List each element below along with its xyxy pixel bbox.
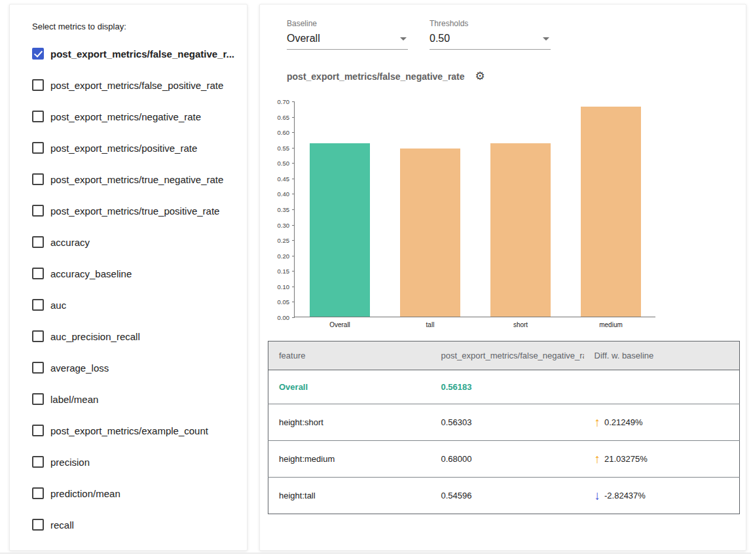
table-row[interactable]: height:tall0.54596↓-2.82437%: [268, 478, 740, 514]
metric-checkbox-item[interactable]: auc: [32, 289, 234, 321]
diff-cell: ↓-2.82437%: [584, 478, 740, 514]
checkbox-unchecked-icon[interactable]: [32, 79, 44, 91]
metric-label: recall: [50, 519, 74, 531]
y-axis-tick-label: 0.30: [265, 221, 289, 228]
checkbox-unchecked-icon[interactable]: [32, 456, 44, 468]
checkbox-unchecked-icon[interactable]: [32, 487, 44, 499]
checkbox-unchecked-icon[interactable]: [32, 142, 44, 154]
metric-label: prediction/mean: [50, 488, 120, 499]
metric-label: average_loss: [50, 362, 109, 374]
metric-label: post_export_metrics/example_count: [50, 425, 208, 436]
page-bottom-divider: [0, 553, 751, 553]
checkbox-checked-icon[interactable]: [32, 48, 44, 60]
metric-label: auc_precision_recall: [50, 331, 140, 342]
table-header-row: feature post_export_metrics/false_negati…: [268, 341, 740, 370]
y-axis-tick-label: 0.60: [265, 129, 289, 136]
checkbox-unchecked-icon[interactable]: [32, 111, 44, 122]
metric-checkbox-item[interactable]: post_export_metrics/negative_rate: [32, 101, 234, 132]
bar-chart: 0.000.050.100.150.200.250.300.350.400.45…: [294, 101, 746, 317]
baseline-value: Overall: [287, 33, 320, 44]
y-axis-tick-label: 0.10: [265, 283, 289, 290]
checkbox-unchecked-icon[interactable]: [32, 519, 44, 531]
metric-label: accuracy_baseline: [50, 268, 132, 279]
metric-checkbox-item[interactable]: post_export_metrics/false_positive_rate: [32, 69, 234, 101]
chevron-down-icon: [400, 37, 407, 41]
checkbox-unchecked-icon[interactable]: [32, 425, 44, 436]
table-row[interactable]: Overall0.56183: [268, 370, 740, 404]
bar-tall[interactable]: [400, 149, 460, 317]
bar-medium[interactable]: [581, 107, 641, 317]
table-row[interactable]: height:medium0.68000↑21.03275%: [268, 441, 740, 478]
y-axis-tick-label: 0.50: [265, 160, 289, 167]
table-row[interactable]: height:short0.56303↑0.21249%: [268, 404, 740, 441]
y-axis-tick-mark: [292, 194, 295, 194]
metric-checkbox-item[interactable]: post_export_metrics/example_count: [32, 415, 234, 446]
x-axis-tick-label: short: [475, 321, 566, 328]
y-axis-tick-mark: [292, 302, 295, 302]
y-axis-tick-mark: [292, 240, 295, 241]
metric-checkbox-item[interactable]: post_export_metrics/false_negative_r...: [32, 38, 234, 69]
results-panel: Baseline Overall Thresholds 0.50 post_ex…: [259, 4, 746, 551]
y-axis-tick-mark: [292, 256, 295, 256]
feature-cell: height:tall: [268, 478, 431, 514]
gear-icon[interactable]: ⚙: [475, 71, 485, 82]
y-axis-tick-label: 0.20: [265, 252, 289, 259]
metric-checkbox-item[interactable]: auc_precision_recall: [32, 321, 234, 352]
y-axis-tick-mark: [292, 163, 295, 164]
thresholds-control: Thresholds 0.50: [430, 19, 551, 50]
page: Select metrics to display: post_export_m…: [0, 0, 751, 560]
baseline-select[interactable]: Overall: [287, 30, 408, 50]
metrics-table: feature post_export_metrics/false_negati…: [268, 341, 740, 514]
bar-overall[interactable]: [310, 143, 370, 317]
bar-short[interactable]: [490, 143, 551, 317]
metric-label: post_export_metrics/negative_rate: [50, 111, 201, 122]
feature-cell: Overall: [268, 370, 431, 404]
checkbox-unchecked-icon[interactable]: [32, 362, 44, 374]
y-axis-tick-label: 0.35: [265, 206, 289, 213]
metric-label: auc: [50, 300, 66, 311]
metric-label: label/mean: [50, 394, 98, 405]
x-axis-tick-label: Overall: [295, 321, 385, 328]
chart-header: post_export_metrics/false_negative_rate …: [287, 71, 746, 82]
y-axis-tick-mark: [292, 209, 295, 210]
y-axis-tick-mark: [292, 179, 295, 179]
metric-checkbox-item[interactable]: label/mean: [32, 383, 234, 415]
checkbox-unchecked-icon[interactable]: [32, 236, 44, 248]
metric-checkbox-item[interactable]: accuracy: [32, 226, 234, 258]
metric-checkbox-item[interactable]: average_loss: [32, 352, 234, 383]
checkbox-unchecked-icon[interactable]: [32, 330, 44, 342]
header-diff-baseline: Diff. w. baseline: [584, 341, 740, 370]
y-axis-tick-label: 0.55: [265, 144, 289, 151]
metric-checkbox-item[interactable]: post_export_metrics/true_negative_rate: [32, 164, 234, 195]
checkbox-unchecked-icon[interactable]: [32, 173, 44, 185]
y-axis-tick-mark: [292, 148, 295, 149]
y-axis-tick-mark: [292, 271, 295, 271]
checkbox-unchecked-icon[interactable]: [32, 299, 44, 311]
metric-checkbox-item[interactable]: post_export_metrics/positive_rate: [32, 132, 234, 164]
checkbox-unchecked-icon[interactable]: [32, 205, 44, 217]
metric-label: precision: [50, 457, 90, 468]
y-axis-tick-label: 0.05: [265, 298, 289, 306]
metric-checkbox-item[interactable]: prediction/mean: [32, 478, 234, 509]
diff-cell: ↑21.03275%: [584, 441, 740, 478]
metric-value-cell: 0.68000: [431, 441, 584, 478]
metric-checkbox-item[interactable]: recall: [32, 509, 234, 540]
baseline-control: Baseline Overall: [287, 19, 408, 50]
metric-checkbox-item[interactable]: accuracy_baseline: [32, 258, 234, 289]
checkbox-unchecked-icon[interactable]: [32, 393, 44, 405]
controls-row: Baseline Overall Thresholds 0.50: [260, 19, 746, 50]
thresholds-value: 0.50: [430, 33, 450, 44]
metric-value-cell: 0.56303: [431, 404, 584, 441]
diff-value: 21.03275%: [604, 454, 648, 464]
y-axis-tick-label: 0.45: [265, 175, 289, 182]
metric-label: accuracy: [50, 237, 90, 248]
x-axis-tick-label: medium: [566, 321, 656, 328]
thresholds-label: Thresholds: [430, 19, 551, 28]
metric-label: post_export_metrics/positive_rate: [50, 143, 197, 154]
feature-cell: height:medium: [268, 441, 431, 478]
metric-label: post_export_metrics/true_negative_rate: [50, 174, 223, 185]
metric-checkbox-item[interactable]: post_export_metrics/true_positive_rate: [32, 195, 234, 226]
metric-checkbox-item[interactable]: precision: [32, 446, 234, 478]
checkbox-unchecked-icon[interactable]: [32, 268, 44, 279]
thresholds-select[interactable]: 0.50: [430, 30, 551, 50]
